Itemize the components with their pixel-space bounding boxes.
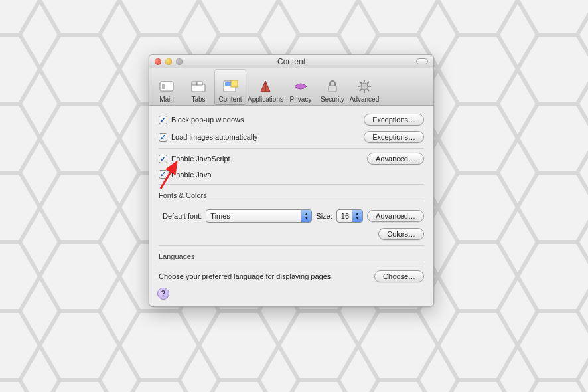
toolbar-security[interactable]: Security: [317, 69, 348, 105]
checkbox-load-images[interactable]: [159, 133, 167, 142]
toolbar-label: Tabs: [191, 96, 205, 103]
checkbox-enable-java[interactable]: [159, 170, 167, 179]
toolbar-toggle-icon[interactable]: [416, 58, 428, 64]
default-font-popup[interactable]: Times ▲▼: [206, 209, 312, 223]
toolbar-main[interactable]: Main: [151, 69, 183, 105]
section-fonts-colors: Fonts & Colors: [159, 191, 424, 199]
toolbar-label: Main: [159, 96, 174, 103]
chevron-updown-icon: ▲▼: [301, 210, 311, 222]
divider: [159, 201, 424, 201]
chevron-updown-icon: ▲▼: [352, 210, 362, 222]
toolbar-label: Security: [321, 96, 344, 103]
titlebar[interactable]: Content: [149, 55, 433, 68]
toolbar-applications[interactable]: Applications: [246, 69, 285, 105]
svg-rect-13: [329, 86, 336, 92]
svg-line-22: [360, 89, 362, 91]
toolbar-advanced[interactable]: Advanced: [348, 69, 380, 105]
gear-icon: [354, 77, 374, 96]
svg-rect-7: [192, 84, 205, 92]
svg-point-14: [361, 83, 368, 90]
content-pane: Block pop-up windows Exceptions… Load im…: [149, 106, 433, 289]
toolbar: Main Tabs Content Applications Privacy: [149, 68, 433, 106]
close-icon[interactable]: [155, 58, 161, 65]
checkbox-block-popups[interactable]: [159, 116, 167, 124]
exceptions-images-button[interactable]: Exceptions…: [364, 131, 424, 143]
font-size-popup[interactable]: 16 ▲▼: [336, 209, 363, 223]
label-size: Size:: [316, 212, 332, 220]
minimize-icon[interactable]: [165, 58, 172, 65]
label-load-images: Load images automatically: [171, 133, 257, 141]
help-icon[interactable]: ?: [157, 288, 169, 300]
toolbar-label: Privacy: [290, 96, 312, 103]
zoom-icon[interactable]: [176, 58, 183, 65]
svg-line-21: [367, 82, 369, 84]
label-enable-js: Enable JavaScript: [171, 155, 230, 163]
svg-rect-6: [162, 84, 165, 89]
svg-line-19: [360, 82, 362, 84]
toolbar-content[interactable]: Content: [214, 69, 246, 105]
svg-rect-9: [197, 82, 202, 85]
toolbar-tabs[interactable]: Tabs: [183, 69, 214, 105]
preferences-window: Content Main Tabs Content Application: [149, 54, 434, 307]
svg-line-20: [367, 89, 369, 91]
font-size-value: 16: [341, 212, 349, 220]
colors-button[interactable]: Colors…: [378, 228, 424, 240]
privacy-icon: [291, 77, 311, 96]
switch-icon: [157, 77, 177, 96]
label-default-font: Default font:: [163, 212, 202, 220]
toolbar-label: Advanced: [350, 96, 379, 103]
advanced-js-button[interactable]: Advanced…: [367, 153, 424, 165]
label-enable-java: Enable Java: [171, 171, 212, 179]
label-languages-prompt: Choose your preferred language for displ…: [159, 272, 331, 280]
svg-rect-12: [231, 80, 238, 87]
tabs-icon: [188, 77, 208, 96]
checkbox-enable-js[interactable]: [159, 155, 167, 163]
label-block-popups: Block pop-up windows: [171, 116, 244, 124]
lock-icon: [323, 77, 342, 96]
section-languages: Languages: [159, 252, 424, 260]
toolbar-label: Applications: [248, 96, 283, 103]
toolbar-label: Content: [218, 96, 242, 103]
choose-language-button[interactable]: Choose…: [374, 270, 424, 282]
divider: [159, 262, 424, 262]
content-icon: [220, 77, 240, 96]
default-font-value: Times: [210, 212, 230, 220]
toolbar-privacy[interactable]: Privacy: [285, 69, 317, 105]
advanced-fonts-button[interactable]: Advanced…: [367, 210, 424, 222]
svg-rect-8: [192, 82, 197, 85]
window-title: Content: [149, 57, 433, 66]
applications-icon: [256, 77, 275, 96]
exceptions-popups-button[interactable]: Exceptions…: [364, 114, 424, 126]
